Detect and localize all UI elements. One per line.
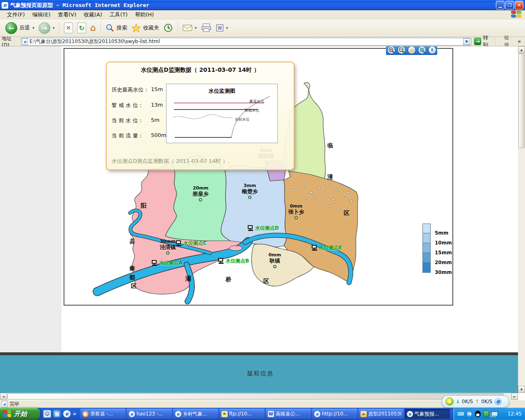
- back-button[interactable]: ← 后退 ▾: [3, 21, 37, 35]
- pan-button[interactable]: [408, 46, 416, 54]
- net-speed-widget[interactable]: ✚ ↓ 0K/S ↑ 0K/S e: [442, 395, 509, 408]
- legend-label: 10mm: [435, 240, 452, 246]
- task-label: 查看器 -...: [90, 411, 113, 418]
- rainfall-legend: 5mm 10mm 15mm 20mm 30mm: [422, 224, 453, 279]
- forward-button[interactable]: → ▾: [37, 21, 57, 35]
- restore-button[interactable]: ❐: [505, 1, 514, 9]
- tray-collapse-chevron-icon[interactable]: ◄: [466, 411, 472, 417]
- zoom-in-button[interactable]: [387, 46, 395, 54]
- history-button[interactable]: [161, 22, 175, 34]
- task-viewer[interactable]: ◉查看器 -...: [80, 409, 126, 419]
- vertical-scrollbar[interactable]: ▲ ▼: [518, 46, 525, 393]
- ie-icon: e: [407, 411, 413, 417]
- mail-button[interactable]: ▾: [180, 23, 199, 33]
- qq-icon[interactable]: [475, 411, 481, 417]
- rain-value: 3mm: [244, 183, 256, 188]
- map-toolbar: i: [386, 46, 437, 55]
- town-yuchu[interactable]: 3mm 榆楚乡: [235, 183, 264, 199]
- district-label: 秦: [129, 265, 135, 272]
- menu-file[interactable]: 文件(F): [3, 10, 29, 19]
- download-speed: 0K/S: [462, 399, 473, 404]
- favorites-label: 收藏夹: [143, 24, 159, 32]
- field-row: 历史最高水位： 15m: [112, 86, 163, 94]
- menu-tools[interactable]: 工具(T): [106, 10, 131, 19]
- scroll-left-button[interactable]: ◄: [0, 393, 7, 400]
- menu-edit[interactable]: 编辑(E): [29, 10, 54, 19]
- edit-button[interactable]: W ▾: [214, 23, 231, 33]
- edit-dropdown-icon[interactable]: ▾: [226, 26, 228, 30]
- address-dropdown-icon[interactable]: ▼: [463, 38, 470, 45]
- favorites-button[interactable]: 收藏夹: [129, 22, 161, 34]
- desktop-icon[interactable]: ▦: [53, 410, 61, 418]
- horizontal-scrollbar[interactable]: ◄ ►: [0, 393, 518, 400]
- address-input[interactable]: e E:\气象台\原型20110530\原型20110530\swyb-list…: [21, 38, 471, 46]
- search-button[interactable]: 搜索: [103, 22, 129, 34]
- station-E[interactable]: 水位测点E: [311, 244, 342, 251]
- town-name: 耿镇: [269, 258, 280, 264]
- network-icon[interactable]: [491, 411, 498, 416]
- task-label: 高陵县公...: [276, 411, 300, 418]
- station-C[interactable]: 水位测点C: [176, 240, 207, 247]
- links-more-icon[interactable]: »: [518, 39, 521, 44]
- scroll-up-button[interactable]: ▲: [518, 46, 525, 53]
- system-tray: ⌨ ◄ 12:45: [453, 408, 525, 420]
- chart-lines: [167, 84, 277, 143]
- ftp-icon: ⚑: [221, 411, 228, 417]
- field-row: 警 戒 水 位： 13m: [112, 102, 163, 109]
- page-ie-icon: e: [22, 38, 28, 45]
- mail-icon: [183, 24, 192, 32]
- chart-line-label: 警戒水位: [244, 108, 259, 113]
- close-button[interactable]: ✕: [515, 1, 523, 9]
- field-label: 当 前 水 位：: [112, 117, 151, 124]
- full-extent-globe-icon: [419, 47, 425, 53]
- task-weather-forecast-active[interactable]: e气象预报...: [405, 409, 450, 419]
- minimize-button[interactable]: ▁: [496, 1, 504, 9]
- town-marker-icon: [273, 265, 276, 268]
- back-icon: ←: [5, 22, 17, 34]
- scroll-down-button[interactable]: ▼: [518, 386, 525, 393]
- forward-dropdown-icon[interactable]: ▾: [53, 26, 55, 30]
- mail-dropdown-icon[interactable]: ▾: [195, 26, 197, 30]
- scroll-right-button[interactable]: ►: [511, 393, 518, 400]
- security-shield-icon[interactable]: [483, 411, 489, 417]
- menu-favorites[interactable]: 收藏(A): [80, 10, 106, 19]
- district-label: 阳: [141, 202, 146, 210]
- full-extent-button[interactable]: [418, 46, 426, 54]
- menu-view[interactable]: 查看(V): [54, 10, 80, 19]
- start-button[interactable]: 开始: [0, 408, 40, 420]
- task-hao123[interactable]: ehao123 -...: [127, 409, 172, 419]
- vertical-scroll-thumb[interactable]: [518, 54, 525, 148]
- zoom-out-button[interactable]: [397, 46, 406, 54]
- quick-launch-more-icon[interactable]: »: [73, 411, 76, 417]
- task-rural-weather[interactable]: e乡村气象...: [173, 409, 218, 419]
- favorites-star-icon: [131, 23, 141, 32]
- info-icon: i: [431, 47, 433, 52]
- task-http[interactable]: ehttp://10...: [312, 409, 357, 419]
- stop-button[interactable]: ✕: [62, 21, 75, 34]
- print-button[interactable]: [199, 22, 214, 34]
- station-B[interactable]: 水位测点B: [218, 258, 249, 265]
- info-button[interactable]: i: [428, 46, 436, 54]
- station-D[interactable]: 水位测点D: [247, 225, 279, 232]
- home-button[interactable]: ⌂: [88, 22, 98, 34]
- safety-suite-icon[interactable]: ✚: [445, 397, 454, 406]
- ie-widget-icon[interactable]: e: [494, 398, 502, 405]
- ie-quicklaunch-icon[interactable]: e: [63, 410, 71, 418]
- rain-value: 20mm: [193, 186, 208, 191]
- station-A[interactable]: 水位测点A: [151, 260, 183, 267]
- town-chonghuang[interactable]: 20mm 崇皇乡: [186, 186, 215, 201]
- back-dropdown-icon[interactable]: ▾: [32, 26, 34, 30]
- window-titlebar: e 气象预报页面原型 - Microsoft Internet Explorer…: [0, 0, 525, 10]
- horizontal-scroll-thumb[interactable]: [7, 393, 504, 399]
- refresh-button[interactable]: ↻: [75, 21, 88, 34]
- task-gaoling-doc[interactable]: W高陵县公...: [266, 409, 311, 419]
- keyboard-icon[interactable]: ⌨: [457, 411, 464, 417]
- task-folder[interactable]: ▰原型20110530: [358, 409, 404, 419]
- down-arrow-icon: ▼: [520, 388, 523, 391]
- town-gengzhen[interactable]: 0mm 耿镇: [260, 253, 289, 268]
- messenger-icon[interactable]: ☺: [43, 410, 51, 418]
- station-label: 水位测点E: [319, 244, 342, 251]
- menu-help[interactable]: 帮助(H): [131, 10, 158, 19]
- town-zhangbu[interactable]: 0mm 张卜乡: [282, 204, 310, 219]
- task-ftp[interactable]: ⚑ftp://10...: [219, 409, 265, 419]
